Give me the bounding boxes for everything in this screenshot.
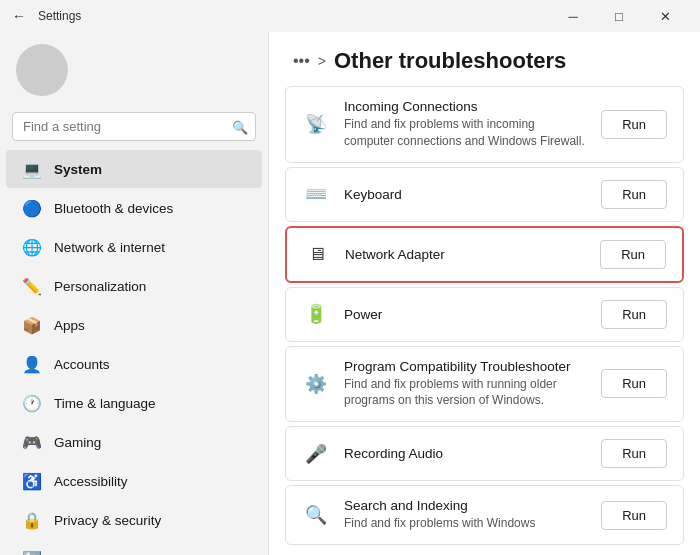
- network-adapter-run-button[interactable]: Run: [600, 240, 666, 269]
- time-icon: 🕐: [22, 393, 42, 413]
- update-icon: 🔄: [22, 549, 42, 555]
- user-profile: [0, 32, 268, 112]
- power-run-button[interactable]: Run: [601, 300, 667, 329]
- title-bar: ← Settings ─ □ ✕: [0, 0, 700, 32]
- breadcrumb-separator: >: [318, 53, 326, 69]
- incoming-icon: 📡: [302, 110, 330, 138]
- troubleshooter-item-network-adapter: 🖥 Network Adapter Run: [285, 226, 684, 283]
- avatar: [16, 44, 68, 96]
- system-icon: 💻: [22, 159, 42, 179]
- personalization-icon: ✏️: [22, 276, 42, 296]
- search-input[interactable]: [12, 112, 256, 141]
- sidebar-label-apps: Apps: [54, 318, 85, 333]
- sidebar-nav: 💻 System 🔵 Bluetooth & devices 🌐 Network…: [0, 149, 268, 555]
- recording-audio-name: Recording Audio: [344, 446, 587, 461]
- sidebar-label-system: System: [54, 162, 102, 177]
- search-icon: 🔍: [232, 119, 248, 134]
- sidebar-item-apps[interactable]: 📦 Apps: [6, 306, 262, 344]
- sidebar-item-time[interactable]: 🕐 Time & language: [6, 384, 262, 422]
- incoming-desc: Find and fix problems with incoming comp…: [344, 116, 587, 150]
- program-compat-name: Program Compatibility Troubleshooter: [344, 359, 587, 374]
- power-icon: 🔋: [302, 300, 330, 328]
- sidebar-label-bluetooth: Bluetooth & devices: [54, 201, 173, 216]
- network-adapter-info: Network Adapter: [345, 247, 586, 262]
- keyboard-info: Keyboard: [344, 187, 587, 202]
- search-indexing-info: Search and Indexing Find and fix problem…: [344, 498, 587, 532]
- content-header: ••• > Other troubleshooters: [269, 32, 700, 86]
- sidebar-item-gaming[interactable]: 🎮 Gaming: [6, 423, 262, 461]
- sidebar-label-network: Network & internet: [54, 240, 165, 255]
- sidebar-item-network[interactable]: 🌐 Network & internet: [6, 228, 262, 266]
- search-indexing-desc: Find and fix problems with Windows: [344, 515, 587, 532]
- recording-audio-info: Recording Audio: [344, 446, 587, 461]
- sidebar-label-accounts: Accounts: [54, 357, 110, 372]
- program-compat-run-button[interactable]: Run: [601, 369, 667, 398]
- sidebar-label-time: Time & language: [54, 396, 156, 411]
- sidebar-item-update[interactable]: 🔄 Windows Update: [6, 540, 262, 555]
- program-compat-info: Program Compatibility Troubleshooter Fin…: [344, 359, 587, 410]
- troubleshooter-list: 📡 Incoming Connections Find and fix prob…: [269, 86, 700, 555]
- incoming-info: Incoming Connections Find and fix proble…: [344, 99, 587, 150]
- keyboard-run-button[interactable]: Run: [601, 180, 667, 209]
- sidebar-label-update: Windows Update: [54, 552, 156, 556]
- window-controls: ─ □ ✕: [550, 0, 688, 32]
- sidebar-label-accessibility: Accessibility: [54, 474, 128, 489]
- incoming-name: Incoming Connections: [344, 99, 587, 114]
- search-indexing-run-button[interactable]: Run: [601, 501, 667, 530]
- sidebar-item-accounts[interactable]: 👤 Accounts: [6, 345, 262, 383]
- close-button[interactable]: ✕: [642, 0, 688, 32]
- accessibility-icon: ♿: [22, 471, 42, 491]
- app-title: Settings: [38, 9, 81, 23]
- troubleshooter-item-power: 🔋 Power Run: [285, 287, 684, 342]
- page-title: Other troubleshooters: [334, 48, 566, 74]
- privacy-icon: 🔒: [22, 510, 42, 530]
- sidebar-label-gaming: Gaming: [54, 435, 101, 450]
- troubleshooter-item-program-compat: ⚙️ Program Compatibility Troubleshooter …: [285, 346, 684, 423]
- sidebar-label-privacy: Privacy & security: [54, 513, 161, 528]
- apps-icon: 📦: [22, 315, 42, 335]
- power-name: Power: [344, 307, 587, 322]
- incoming-run-button[interactable]: Run: [601, 110, 667, 139]
- main-layout: 🔍 💻 System 🔵 Bluetooth & devices 🌐 Netwo…: [0, 32, 700, 555]
- minimize-button[interactable]: ─: [550, 0, 596, 32]
- troubleshooter-item-recording-audio: 🎤 Recording Audio Run: [285, 426, 684, 481]
- power-info: Power: [344, 307, 587, 322]
- network-icon: 🌐: [22, 237, 42, 257]
- sidebar-item-privacy[interactable]: 🔒 Privacy & security: [6, 501, 262, 539]
- bluetooth-icon: 🔵: [22, 198, 42, 218]
- troubleshooter-item-search-indexing: 🔍 Search and Indexing Find and fix probl…: [285, 485, 684, 545]
- back-button[interactable]: ←: [12, 8, 26, 24]
- search-indexing-name: Search and Indexing: [344, 498, 587, 513]
- recording-audio-run-button[interactable]: Run: [601, 439, 667, 468]
- breadcrumb-dots[interactable]: •••: [293, 52, 310, 70]
- content-area: ••• > Other troubleshooters 📡 Incoming C…: [268, 32, 700, 555]
- sidebar-item-accessibility[interactable]: ♿ Accessibility: [6, 462, 262, 500]
- sidebar-item-system[interactable]: 💻 System: [6, 150, 262, 188]
- keyboard-name: Keyboard: [344, 187, 587, 202]
- search-box[interactable]: 🔍: [12, 112, 256, 141]
- sidebar-item-bluetooth[interactable]: 🔵 Bluetooth & devices: [6, 189, 262, 227]
- keyboard-icon: ⌨️: [302, 180, 330, 208]
- sidebar: 🔍 💻 System 🔵 Bluetooth & devices 🌐 Netwo…: [0, 32, 268, 555]
- program-compat-desc: Find and fix problems with running older…: [344, 376, 587, 410]
- search-indexing-icon: 🔍: [302, 501, 330, 529]
- sidebar-item-personalization[interactable]: ✏️ Personalization: [6, 267, 262, 305]
- recording-audio-icon: 🎤: [302, 440, 330, 468]
- network-adapter-name: Network Adapter: [345, 247, 586, 262]
- program-compat-icon: ⚙️: [302, 370, 330, 398]
- gaming-icon: 🎮: [22, 432, 42, 452]
- troubleshooter-item-incoming: 📡 Incoming Connections Find and fix prob…: [285, 86, 684, 163]
- accounts-icon: 👤: [22, 354, 42, 374]
- troubleshooter-item-keyboard: ⌨️ Keyboard Run: [285, 167, 684, 222]
- maximize-button[interactable]: □: [596, 0, 642, 32]
- sidebar-label-personalization: Personalization: [54, 279, 146, 294]
- network-adapter-icon: 🖥: [303, 240, 331, 268]
